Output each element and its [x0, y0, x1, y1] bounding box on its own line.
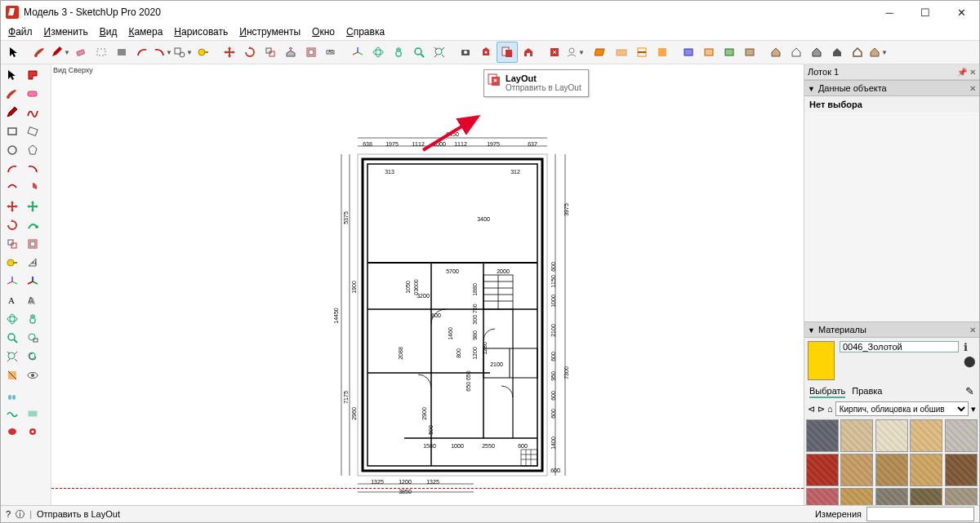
tool-eye[interactable] [24, 366, 42, 384]
tab-edit[interactable]: Правка [852, 385, 882, 398]
nav-back-icon[interactable]: ⊲ [808, 404, 815, 414]
material-category-select[interactable]: Кирпич, облицовка и обшив [835, 401, 969, 416]
tool-style2[interactable] [699, 42, 719, 62]
tool-orbit[interactable] [368, 42, 388, 62]
tool-zoom[interactable] [409, 42, 429, 62]
tool-sandbox1[interactable] [3, 404, 21, 422]
entity-panel-close-icon[interactable]: ✕ [969, 84, 976, 93]
tool-angle-tag[interactable]: A1 [24, 254, 42, 272]
tool-rect-rot[interactable] [24, 122, 42, 140]
tool-house-persp[interactable] [807, 42, 826, 62]
tool-sq-ghost[interactable] [91, 42, 111, 62]
tool-scale[interactable] [261, 42, 280, 62]
tool-sec-cut[interactable] [632, 42, 652, 62]
tool-scale[interactable] [3, 235, 21, 253]
material-thumb[interactable] [875, 419, 908, 452]
menu-file[interactable]: Файл [2, 24, 38, 39]
material-thumb[interactable] [945, 419, 978, 452]
tray-pin-icon[interactable]: 📌 [957, 68, 967, 77]
tool-eraser-pink[interactable] [24, 85, 42, 103]
tool-rot-red[interactable] [3, 216, 21, 234]
tool-tag[interactable]: A1 [322, 42, 341, 62]
material-name-input[interactable] [840, 341, 959, 352]
material-thumb[interactable] [910, 419, 942, 452]
tool-pencil-drop[interactable]: ▼ [51, 42, 70, 62]
menu-help[interactable]: Справка [341, 24, 390, 39]
tool-zoom-win[interactable] [24, 329, 42, 347]
tool-hide[interactable] [476, 42, 496, 62]
tool-house-wire[interactable] [786, 42, 806, 62]
tab-select[interactable]: Выбрать [809, 385, 845, 398]
info-icon[interactable]: ⓘ [16, 508, 24, 521]
tool-paint[interactable] [30, 42, 50, 62]
materials-panel-close-icon[interactable]: ✕ [969, 326, 976, 335]
tool-sec-disp[interactable] [612, 42, 631, 62]
tool-red-cog[interactable] [24, 423, 42, 441]
material-thumb[interactable] [910, 454, 942, 486]
material-thumb[interactable] [945, 454, 978, 486]
menu-camera[interactable]: Камера [122, 24, 168, 39]
tool-paint[interactable] [3, 85, 21, 103]
tool-zoom-ext[interactable] [3, 348, 21, 366]
material-thumb[interactable] [840, 419, 873, 452]
tray-close-icon[interactable]: ✕ [969, 68, 976, 77]
tool-circle[interactable] [3, 141, 21, 159]
tool-style4[interactable] [740, 42, 760, 62]
material-thumb[interactable] [875, 454, 908, 486]
material-thumb[interactable] [840, 454, 873, 486]
measurements-input[interactable] [866, 507, 974, 521]
tool-house-cube[interactable] [827, 42, 847, 62]
entity-panel-header[interactable]: ▼Данные объекта ✕ [804, 80, 979, 96]
tool-3dtext[interactable]: AA [24, 291, 42, 309]
help-icon[interactable]: ? [6, 509, 11, 519]
tool-arc3[interactable] [3, 179, 21, 197]
tool-pencil[interactable] [3, 104, 21, 122]
tool-move-rot[interactable] [24, 197, 42, 215]
tool-shape-drop[interactable]: ▼ [173, 42, 193, 62]
menu-tools[interactable]: Инструменты [234, 24, 306, 39]
tool-paint-red[interactable] [24, 66, 42, 84]
create-material-icon[interactable]: ⬤ [964, 355, 976, 367]
tool-warehouse[interactable] [519, 42, 538, 62]
tool-tape[interactable] [3, 254, 21, 272]
tool-pie[interactable] [24, 179, 42, 197]
tool-sec-plane[interactable] [591, 42, 611, 62]
tool-axes2[interactable] [24, 273, 42, 290]
tool-walkthrough[interactable] [3, 385, 21, 403]
tool-offset[interactable] [24, 235, 42, 253]
materials-panel-header[interactable]: ▼Материалы ✕ [804, 321, 979, 338]
material-thumb[interactable] [840, 488, 873, 505]
tool-sq-solid[interactable] [112, 42, 131, 62]
tool-pushpull[interactable] [281, 42, 301, 62]
tool-pan[interactable] [24, 310, 42, 328]
home-icon[interactable]: ⌂ [827, 404, 833, 414]
tool-style1[interactable] [679, 42, 698, 62]
material-thumb[interactable] [806, 419, 839, 452]
maximize-button[interactable]: ☐ [907, 1, 943, 24]
material-thumb[interactable] [806, 488, 839, 505]
tool-move[interactable] [3, 197, 21, 215]
material-thumb[interactable] [910, 488, 942, 505]
tool-house-full[interactable] [766, 42, 786, 62]
toggle-front-back-icon[interactable]: ℹ [964, 341, 976, 353]
tool-ext-wh[interactable] [545, 42, 564, 62]
tool-poly[interactable] [24, 141, 42, 159]
menu-edit[interactable]: Изменить [38, 24, 94, 39]
tray-header[interactable]: Лоток 1 📌✕ [804, 64, 979, 80]
tool-orbit[interactable] [3, 310, 21, 328]
nav-fwd-icon[interactable]: ⊳ [817, 404, 825, 414]
menu-window[interactable]: Окно [306, 24, 341, 39]
tool-rect[interactable] [3, 122, 21, 140]
tool-zoom-prev[interactable] [24, 348, 42, 366]
tool-sec-fill[interactable] [653, 42, 672, 62]
tool-pan[interactable] [389, 42, 408, 62]
tool-camera[interactable] [456, 42, 475, 62]
tool-house-open[interactable] [848, 42, 867, 62]
tool-house-drop[interactable]: ▼ [868, 42, 888, 62]
tool-profile-drop[interactable]: ▼ [565, 42, 585, 62]
tool-arc1[interactable] [132, 42, 152, 62]
tool-style3[interactable] [719, 42, 739, 62]
material-thumb[interactable] [806, 454, 839, 486]
tool-eraser[interactable] [71, 42, 91, 62]
tool-arc1[interactable] [3, 160, 21, 178]
